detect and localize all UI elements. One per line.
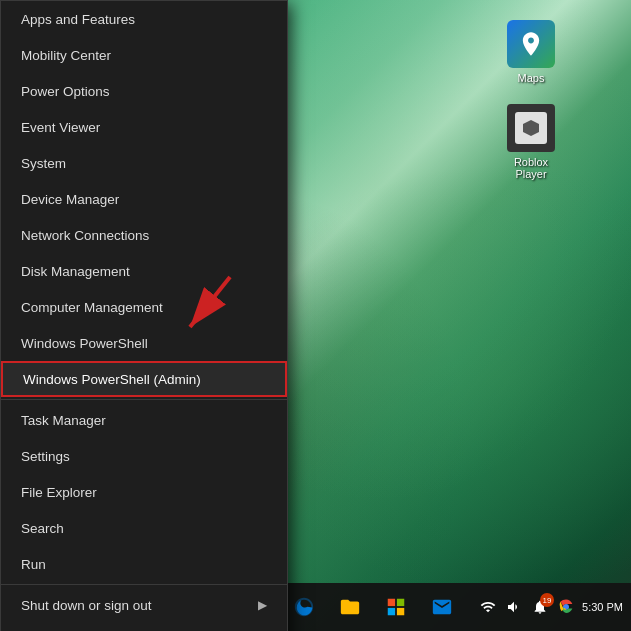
svg-rect-9 (397, 599, 404, 606)
menu-item-task-manager[interactable]: Task Manager (1, 402, 287, 438)
sound-tray-icon[interactable] (504, 597, 524, 617)
menu-item-shut-down[interactable]: Shut down or sign out ▶ (1, 587, 287, 623)
menu-item-file-explorer[interactable]: File Explorer (1, 474, 287, 510)
submenu-arrow-icon: ▶ (258, 598, 267, 612)
chrome-icon (557, 598, 575, 616)
menu-item-windows-powershell[interactable]: Windows PowerShell (1, 325, 287, 361)
roblox-label: RobloxPlayer (514, 156, 548, 180)
menu-item-disk-management[interactable]: Disk Management (1, 253, 287, 289)
separator-2 (1, 584, 287, 585)
clock: 5:30 PM (582, 601, 623, 613)
desktop: Maps RobloxPlayer Apps and Features Mobi… (0, 0, 631, 631)
svg-rect-10 (388, 608, 395, 615)
menu-item-mobility-center[interactable]: Mobility Center (1, 37, 287, 73)
file-explorer-icon (339, 596, 361, 618)
menu-item-windows-powershell-admin[interactable]: Windows PowerShell (Admin) (1, 361, 287, 397)
notification-tray-icon[interactable]: 19 (530, 597, 550, 617)
menu-item-event-viewer[interactable]: Event Viewer (1, 109, 287, 145)
menu-item-settings[interactable]: Settings (1, 438, 287, 474)
desktop-icons-area: Maps RobloxPlayer (431, 0, 631, 200)
store-icon (385, 596, 407, 618)
file-explorer-button[interactable] (328, 585, 372, 629)
maps-label: Maps (518, 72, 545, 84)
maps-icon[interactable]: Maps (507, 20, 555, 84)
svg-rect-11 (397, 608, 404, 615)
svg-rect-8 (388, 599, 395, 606)
separator-1 (1, 399, 287, 400)
menu-item-power-options[interactable]: Power Options (1, 73, 287, 109)
store-button[interactable] (374, 585, 418, 629)
chrome-tray-icon[interactable] (556, 597, 576, 617)
maps-icon-image (507, 20, 555, 68)
mail-icon (431, 596, 453, 618)
mail-button[interactable] (420, 585, 464, 629)
context-menu: Apps and Features Mobility Center Power … (0, 0, 288, 631)
menu-item-network-connections[interactable]: Network Connections (1, 217, 287, 253)
menu-item-system[interactable]: System (1, 145, 287, 181)
network-tray-icon[interactable] (478, 597, 498, 617)
menu-item-computer-management[interactable]: Computer Management (1, 289, 287, 325)
taskbar-tray: 19 5:30 PM (478, 597, 631, 617)
menu-item-device-manager[interactable]: Device Manager (1, 181, 287, 217)
edge-button[interactable] (282, 585, 326, 629)
notification-badge: 19 (540, 593, 554, 607)
time-display: 5:30 PM (582, 601, 623, 613)
menu-item-desktop[interactable]: Desktop (1, 623, 287, 631)
menu-item-run[interactable]: Run (1, 546, 287, 582)
roblox-icon[interactable]: RobloxPlayer (507, 104, 555, 180)
edge-icon (293, 596, 315, 618)
menu-item-apps-and-features[interactable]: Apps and Features (1, 1, 287, 37)
menu-item-search[interactable]: Search (1, 510, 287, 546)
roblox-icon-image (507, 104, 555, 152)
